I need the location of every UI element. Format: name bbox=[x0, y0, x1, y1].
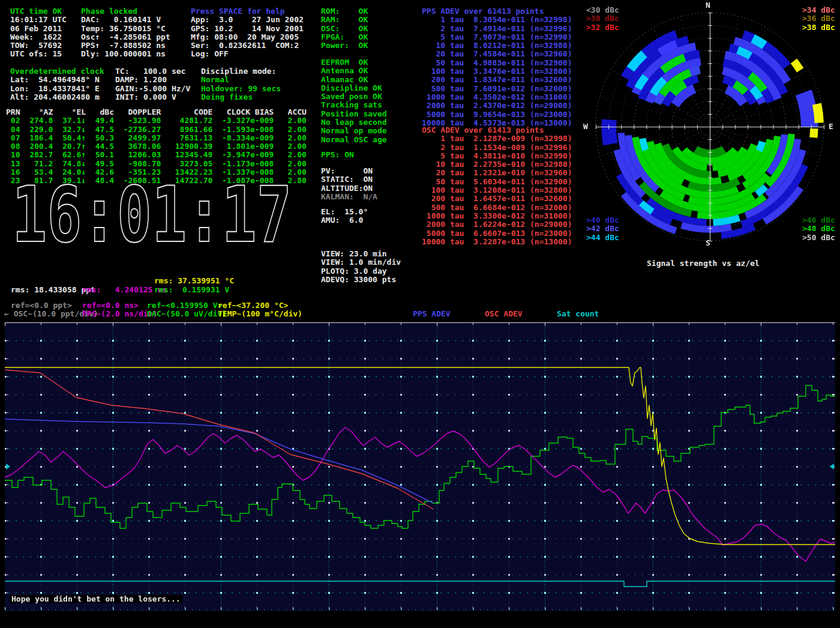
line: Doing fixes bbox=[201, 93, 281, 101]
gps-status-panel: EEPROM OKAntenna OKAlmanac OKDiscipline … bbox=[321, 58, 387, 144]
line: Normal op mode bbox=[321, 127, 387, 135]
line: ROM: OK bbox=[321, 7, 368, 16]
pps-state: PPS: ON bbox=[321, 151, 354, 159]
scale-temp: TEMP~(100 m°C/div) bbox=[218, 310, 302, 318]
legend-entry: >30 dBc bbox=[586, 14, 619, 23]
line: VIEW: 1.0 min/div bbox=[321, 258, 401, 267]
line: Log: OFF bbox=[191, 50, 304, 58]
line: 1000 tau 3.3300e-012 (n=31000) bbox=[422, 212, 572, 220]
phase-lock-panel: Phase locked DAC: 0.160141 VTemp: 36.750… bbox=[81, 7, 170, 59]
big-clock-time: 16:01:17 bbox=[12, 184, 292, 246]
line: INIT: 0.000 V bbox=[115, 93, 190, 101]
line: 16:01:17 UTC bbox=[10, 16, 67, 24]
line: 10000 tau 3.2287e-013 (n=13000) bbox=[422, 238, 572, 246]
strip-chart[interactable] bbox=[5, 322, 835, 611]
line: 5 tau 7.9073e-011 (n=32990) bbox=[422, 33, 572, 41]
position-panel: Overdetermined clock Lat: 54.4964948° NL… bbox=[10, 67, 104, 101]
line: TOW: 57692 bbox=[10, 41, 67, 50]
discipline-label: Discipline mode: bbox=[201, 67, 281, 76]
fix-mode-panel: PV: ONSTATIC: ONALTITUDE:ON KALMAN: N/A bbox=[321, 167, 377, 201]
line: 5000 tau 9.9654e-013 (n=23000) bbox=[422, 110, 572, 119]
legend-entry: >44 dBc bbox=[586, 234, 619, 242]
line: DAC: 0.160141 V bbox=[81, 16, 170, 24]
line: GPS: 10.2 14 Nov 2001 bbox=[191, 25, 304, 33]
compass-n: N bbox=[706, 1, 710, 10]
mask-panel: EL: 15.0°AMU: 6.0 bbox=[321, 208, 368, 225]
kalman-state: KALMAN: N/A bbox=[321, 193, 377, 201]
line: ALTITUDE:ON bbox=[321, 184, 377, 193]
line: Temp: 36.750015 °C bbox=[81, 25, 170, 33]
line: Holdover: 99 secs bbox=[201, 85, 281, 93]
sat-table-row: 16 53.4 24.0↓ 42.6 -351.23 13422.23 -1.3… bbox=[6, 168, 307, 177]
phase-lock-lines: DAC: 0.160141 VTemp: 36.750015 °COsc↑ -4… bbox=[81, 16, 170, 58]
loop-params-lines: TC: 100.0 secDAMP: 1.200GAIN:-5.000 Hz/V… bbox=[115, 67, 190, 101]
line: 5 tau 4.3811e-010 (n=32990) bbox=[422, 152, 572, 160]
dbc-legend-mid: >34 dBc>36 dBc>38 dBc bbox=[802, 6, 835, 32]
line: Lon: 18.4337841° E bbox=[10, 85, 104, 93]
line: 5000 tau 6.6607e-013 (n=23000) bbox=[422, 229, 572, 238]
sat-table-row: 10 282.7 62.6↑ 50.1 1206.03 12345.49 -3.… bbox=[6, 151, 307, 159]
legend-entry: >42 dBc bbox=[586, 225, 619, 233]
line: 100 tau 3.3476e-011 (n=32800) bbox=[422, 67, 572, 76]
dbc-legend-top: >46 dBc>48 dBc>50 dBc bbox=[802, 216, 835, 242]
line: ADEVQ: 33000 pts bbox=[321, 276, 401, 284]
legend-entry: >38 dBc bbox=[802, 23, 835, 32]
line: 50 tau 4.9883e-011 (n=32900) bbox=[422, 59, 572, 67]
legend-entry: >34 dBc bbox=[802, 6, 835, 14]
line: STATIC: ON bbox=[321, 175, 377, 184]
legend-entry: >36 dBc bbox=[802, 14, 835, 23]
line: 2000 tau 2.4370e-012 (n=29000) bbox=[422, 101, 572, 110]
line: 1 tau 8.3054e-011 (n=32998) bbox=[422, 16, 572, 24]
osc-adev-title: OSC ADEV over 61413 points bbox=[422, 126, 572, 134]
line: Week: 1622 bbox=[10, 33, 67, 41]
compass-w: W bbox=[583, 122, 588, 131]
sat-table-row: 04 229.0 32.7↓ 47.5 -2736.27 8961.66 -1.… bbox=[6, 125, 307, 134]
utc-status-panel: UTC time OK 16:01:17 UTC06 Feb 2011Week:… bbox=[10, 7, 67, 59]
legend-entry: <30 dBc bbox=[586, 6, 619, 14]
line: 100 tau 3.1208e-011 (n=32800) bbox=[422, 186, 572, 195]
line: Tracking sats bbox=[321, 101, 387, 109]
line: RAM: OK bbox=[321, 16, 368, 24]
help-hint: Press SPACE for help bbox=[191, 7, 304, 16]
line: Almanac OK bbox=[321, 76, 387, 84]
line: 50 tau 5.6034e-011 (n=32900) bbox=[422, 178, 572, 186]
sat-table-header: PRN °AZ °EL dBc DOPPLER CODE CLOCK BIAS … bbox=[6, 108, 307, 116]
line: AMU: 6.0 bbox=[321, 216, 368, 225]
line: 06 Feb 2011 bbox=[10, 25, 67, 33]
help-version-panel: Press SPACE for help App: 3.0 27 Jun 200… bbox=[191, 7, 304, 59]
line: Power: OK bbox=[321, 41, 368, 50]
line: App: 3.0 27 Jun 2002 bbox=[191, 16, 304, 24]
position-title: Overdetermined clock bbox=[10, 67, 104, 76]
dbc-legend-high: >40 dBc>42 dBc>44 dBc bbox=[586, 216, 619, 242]
line: 20 tau 1.2321e-010 (n=32960) bbox=[422, 169, 572, 177]
legend-entry: >50 dBc bbox=[802, 234, 835, 242]
sat-table-row: 07 186.4 50.4↑ 50.3 2499.97 7631.13 -8.3… bbox=[6, 134, 307, 142]
line: Ser: 0.82362611 COM:2 bbox=[191, 41, 304, 50]
fix-mode-lines: PV: ONSTATIC: ONALTITUDE:ON bbox=[321, 167, 377, 193]
line: 2 tau 7.4914e-011 (n=32996) bbox=[422, 25, 572, 33]
sat-table-row: 13 71.2 74.8↓ 49.5 -908.70 3273.05 -1.17… bbox=[6, 160, 307, 168]
line: Position saved bbox=[321, 110, 387, 118]
line: 500 tau 7.6091e-012 (n=32000) bbox=[422, 85, 572, 93]
line: Discipline OK bbox=[321, 84, 387, 92]
label-pps-adev: PPS ADEV bbox=[413, 310, 451, 318]
line: 200 tau 1.8347e-011 (n=32600) bbox=[422, 76, 572, 84]
line: EL: 15.0° bbox=[321, 208, 368, 216]
line: 500 tau 6.6684e-012 (n=32000) bbox=[422, 204, 572, 212]
osc-adev-table: OSC ADEV over 61413 points 1 tau 2.1287e… bbox=[422, 126, 572, 246]
rms-dac: rms: 0.159931 V bbox=[154, 286, 229, 294]
line: PLOTQ: 3.0 day bbox=[321, 267, 401, 276]
pps-adev-title: PPS ADEV over 61413 points bbox=[422, 7, 572, 16]
phase-lock-title: Phase locked bbox=[81, 7, 170, 16]
line: Saved posn OK bbox=[321, 92, 387, 101]
legend-entry: >40 dBc bbox=[586, 216, 619, 225]
scale-dac: DAC~(50.0 uV/div) bbox=[147, 310, 227, 318]
osc-adev-rows: 1 tau 2.1287e-009 (n=32998) 2 tau 1.1534… bbox=[422, 134, 572, 246]
line: Dly: 100.000001 ns bbox=[81, 50, 170, 58]
line: DAMP: 1.200 bbox=[115, 76, 190, 84]
loop-params-panel: TC: 100.0 secDAMP: 1.200GAIN:-5.000 Hz/V… bbox=[115, 67, 190, 101]
line: Normal bbox=[201, 76, 281, 84]
pps-adev-table: PPS ADEV over 61413 points 1 tau 8.3054e… bbox=[422, 7, 572, 127]
line: Alt: 204.46002480 m bbox=[10, 93, 104, 101]
line: 1 tau 2.1287e-009 (n=32998) bbox=[422, 134, 572, 143]
